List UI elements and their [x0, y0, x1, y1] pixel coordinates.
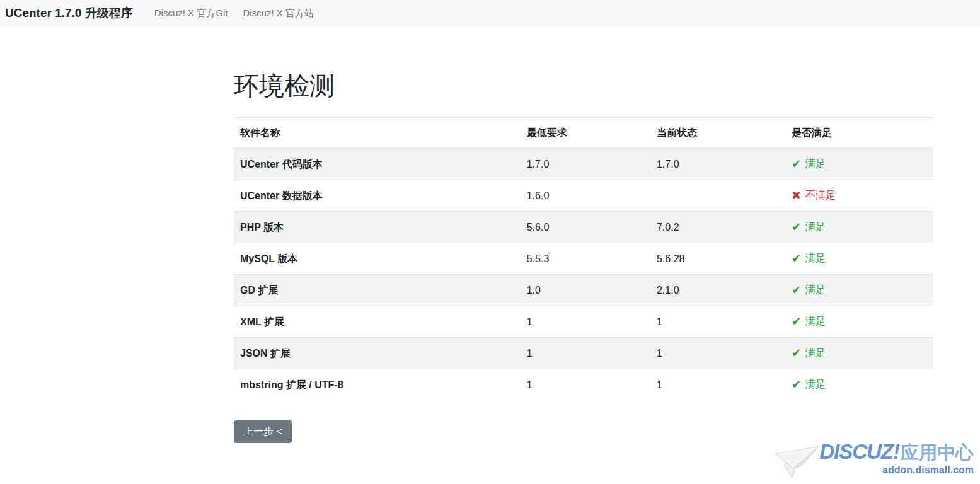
status-badge: ✔满足	[792, 251, 826, 266]
status-label: 满足	[805, 282, 826, 297]
status-label: 满足	[805, 219, 826, 234]
table-row: mbstring 扩展 / UTF-8 1 1 ✔满足	[234, 369, 933, 401]
navbar-brand[interactable]: UCenter 1.7.0 升级程序	[5, 5, 133, 21]
nav-link-official-git[interactable]: Discuz! X 官方Git	[147, 8, 236, 20]
paper-plane-icon	[774, 444, 823, 480]
row-required: 5.6.0	[521, 212, 650, 243]
environment-check-table: 软件名称 最低要求 当前状态 是否满足 UCenter 代码版本 1.7.0 1…	[234, 117, 933, 400]
row-name: XML 扩展	[234, 306, 521, 338]
check-icon: ✔	[792, 347, 801, 359]
row-current: 7.0.2	[650, 212, 785, 243]
row-name: PHP 版本	[234, 212, 521, 243]
row-current: 1	[650, 369, 785, 401]
row-current: 2.1.0	[650, 275, 785, 306]
status-badge: ✔满足	[792, 156, 826, 171]
row-name: JSON 扩展	[234, 338, 521, 369]
status-badge: ✖不满足	[792, 188, 836, 203]
status-label: 满足	[805, 156, 826, 171]
table-header-row: 软件名称 最低要求 当前状态 是否满足	[234, 118, 933, 149]
row-required: 1.0	[521, 275, 650, 306]
check-icon: ✔	[792, 221, 801, 233]
table-row: UCenter 数据版本 1.6.0 ✖不满足	[234, 180, 933, 212]
row-name: mbstring 扩展 / UTF-8	[234, 369, 521, 401]
watermark-brand: DISCUZ!	[819, 440, 899, 464]
check-icon: ✔	[792, 158, 801, 170]
status-badge: ✔满足	[792, 377, 826, 392]
row-current: 1	[650, 338, 785, 369]
main-content: 环境检测 软件名称 最低要求 当前状态 是否满足 UCenter 代码版本 1.…	[234, 71, 933, 443]
col-header-min-requirement: 最低要求	[521, 118, 650, 149]
status-badge: ✔满足	[792, 345, 826, 360]
top-navbar: UCenter 1.7.0 升级程序 Discuz! X 官方Git Discu…	[0, 0, 980, 26]
status-badge: ✔满足	[792, 314, 826, 329]
previous-step-button[interactable]: 上一步 <	[234, 420, 292, 443]
row-name: UCenter 代码版本	[234, 149, 521, 180]
table-row: JSON 扩展 1 1 ✔满足	[234, 338, 933, 369]
row-name: MySQL 版本	[234, 243, 521, 275]
watermark-domain: addon.dismall.com	[882, 464, 974, 476]
col-header-software-name: 软件名称	[234, 118, 521, 149]
status-label: 满足	[805, 377, 826, 392]
col-header-current-status: 当前状态	[650, 118, 785, 149]
status-label: 满足	[805, 251, 826, 266]
row-required: 1.6.0	[521, 180, 650, 212]
cross-icon: ✖	[792, 190, 801, 201]
check-icon: ✔	[792, 253, 801, 264]
status-label: 不满足	[805, 188, 836, 203]
status-label: 满足	[805, 314, 826, 329]
table-row: PHP 版本 5.6.0 7.0.2 ✔满足	[234, 212, 933, 243]
check-icon: ✔	[792, 316, 801, 327]
watermark-suffix: 应用中心	[901, 441, 974, 466]
row-name: UCenter 数据版本	[234, 180, 521, 212]
status-badge: ✔满足	[792, 219, 826, 234]
check-icon: ✔	[792, 284, 801, 296]
check-icon: ✔	[792, 379, 801, 390]
row-current: 5.6.28	[650, 243, 785, 275]
row-required: 1	[521, 306, 650, 338]
row-name: GD 扩展	[234, 275, 521, 306]
row-required: 1	[521, 369, 650, 401]
row-current: 1.7.0	[650, 149, 785, 180]
nav-link-official-site[interactable]: Discuz! X 官方站	[235, 8, 321, 20]
row-required: 5.5.3	[521, 243, 650, 275]
page-title: 环境检测	[234, 71, 933, 101]
row-required: 1.7.0	[521, 149, 650, 180]
col-header-satisfied: 是否满足	[785, 118, 933, 149]
row-current	[650, 180, 785, 212]
table-row: MySQL 版本 5.5.3 5.6.28 ✔满足	[234, 243, 933, 275]
row-current: 1	[650, 306, 785, 338]
row-required: 1	[521, 338, 650, 369]
table-row: XML 扩展 1 1 ✔满足	[234, 306, 933, 338]
table-row: GD 扩展 1.0 2.1.0 ✔满足	[234, 275, 933, 306]
status-badge: ✔满足	[792, 282, 826, 297]
table-row: UCenter 代码版本 1.7.0 1.7.0 ✔满足	[234, 149, 933, 180]
status-label: 满足	[805, 345, 826, 360]
discuz-watermark: DISCUZ! 应用中心 addon.dismall.com	[774, 440, 974, 480]
